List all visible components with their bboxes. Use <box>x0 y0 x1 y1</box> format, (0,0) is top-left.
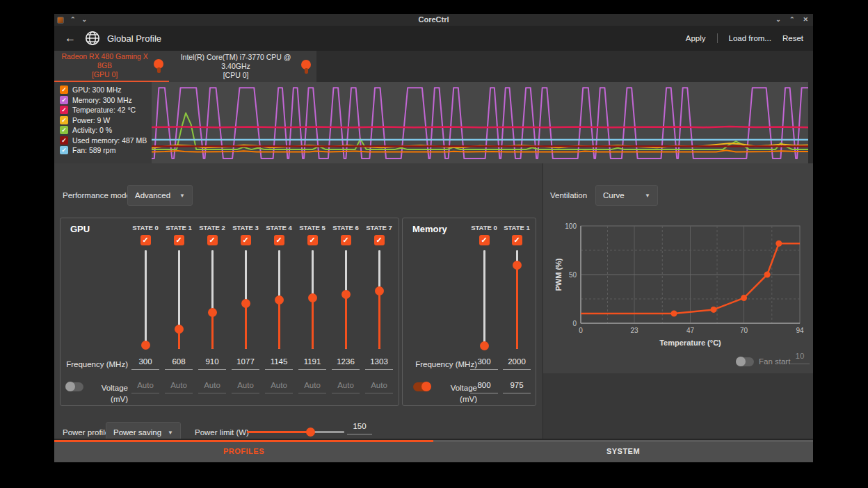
state-checkbox[interactable]: ✓ <box>207 235 218 245</box>
slider-handle[interactable] <box>175 325 184 334</box>
state-checkbox[interactable]: ✓ <box>274 235 284 245</box>
state-checkbox[interactable]: ✓ <box>374 235 385 245</box>
fan-curve-point[interactable] <box>775 241 782 247</box>
slider-handle[interactable] <box>141 341 150 350</box>
frequency-value[interactable]: 1303 <box>365 357 393 370</box>
legend-checkbox[interactable]: ✓ <box>60 136 68 145</box>
voltage-value[interactable]: Auto <box>332 381 360 393</box>
monitoring-graph-lines <box>152 82 808 163</box>
state-slider[interactable] <box>130 250 161 349</box>
legend-item[interactable]: ✓ Fan: 589 rpm <box>60 145 152 156</box>
legend-item[interactable]: ✓ Temperature: 42 °C <box>60 105 152 115</box>
power-limit-slider[interactable] <box>247 428 344 437</box>
frequency-value[interactable]: 910 <box>198 357 226 370</box>
state-checkbox[interactable]: ✓ <box>307 235 318 245</box>
slider-handle[interactable] <box>306 428 315 437</box>
state-slider[interactable] <box>264 250 294 349</box>
legend-label: GPU: 300 MHz <box>72 86 122 94</box>
state-slider[interactable] <box>501 250 532 349</box>
legend-item[interactable]: ✓ GPU: 300 MHz <box>60 85 152 95</box>
legend-checkbox[interactable]: ✓ <box>60 106 68 114</box>
slider-handle[interactable] <box>341 290 351 299</box>
gpu-states-box: GPU STATE 0 ✓ 300 Auto STATE 1 ✓ 608 Aut… <box>60 218 399 406</box>
slider-handle[interactable] <box>241 299 250 308</box>
state-checkbox[interactable]: ✓ <box>241 235 251 245</box>
tab-gpu-device[interactable]: Radeon RX 480 Gaming X 8GB[GPU 0] <box>54 51 169 82</box>
reset-button[interactable]: Reset <box>782 34 803 42</box>
state-slider[interactable] <box>230 250 261 349</box>
state-slider[interactable] <box>330 250 361 349</box>
tab-cpu-device[interactable]: Intel(R) Core(TM) i7-3770 CPU @ 3.40GHz[… <box>169 51 316 82</box>
close-icon[interactable]: ✕ <box>803 14 808 26</box>
frequency-value[interactable]: 1145 <box>265 357 293 370</box>
voltage-value[interactable]: Auto <box>265 381 293 393</box>
minimize-icon[interactable]: ⌄ <box>775 14 781 26</box>
legend-checkbox[interactable]: ✓ <box>60 116 68 124</box>
frequency-value[interactable]: 2000 <box>503 357 531 370</box>
voltage-value[interactable]: Auto <box>198 381 226 393</box>
legend-checkbox[interactable]: ✓ <box>60 126 68 134</box>
power-limit-value[interactable]: 150 <box>347 422 372 434</box>
state-column: STATE 2 ✓ 910 Auto <box>197 218 227 399</box>
legend-item[interactable]: ✓ Used memory: 487 MB <box>60 136 152 146</box>
voltage-value[interactable]: 975 <box>503 381 531 393</box>
legend-item[interactable]: ✓ Memory: 300 MHz <box>60 95 152 106</box>
state-checkbox[interactable]: ✓ <box>479 235 490 245</box>
legend-checkbox[interactable]: ✓ <box>60 86 68 94</box>
apply-button[interactable]: Apply <box>686 34 706 42</box>
slider-handle[interactable] <box>375 286 384 295</box>
tab-profiles[interactable]: PROFILES <box>54 442 433 462</box>
state-slider[interactable] <box>163 250 194 349</box>
fan-curve-point[interactable] <box>764 272 771 278</box>
legend-item[interactable]: ✓ Activity: 0 % <box>60 125 152 136</box>
frequency-value[interactable]: 300 <box>131 357 159 370</box>
voltage-value[interactable]: Auto <box>131 381 159 393</box>
frequency-value[interactable]: 608 <box>165 357 193 370</box>
state-checkbox[interactable]: ✓ <box>512 235 522 245</box>
memory-voltage-toggle[interactable] <box>413 382 431 391</box>
voltage-value[interactable]: Auto <box>298 381 326 393</box>
memory-voltage-label: Voltage (mV) <box>433 382 477 395</box>
legend-item[interactable]: ✓ Power: 9 W <box>60 115 152 126</box>
state-slider[interactable] <box>297 250 328 349</box>
state-slider[interactable] <box>364 250 394 349</box>
state-slider[interactable] <box>197 250 227 349</box>
slider-handle[interactable] <box>480 341 489 350</box>
tab-system[interactable]: SYSTEM <box>433 442 813 462</box>
ventilation-dropdown[interactable]: Curve▼ <box>595 185 658 206</box>
gpu-voltage-toggle[interactable] <box>65 382 83 391</box>
state-label: STATE 4 <box>264 224 294 231</box>
state-checkbox[interactable]: ✓ <box>174 235 184 245</box>
state-label: STATE 6 <box>330 224 361 231</box>
slider-handle[interactable] <box>513 261 522 270</box>
memory-frequency-label: Frequency (MHz) <box>403 359 477 371</box>
fan-curve-point[interactable] <box>741 295 747 301</box>
frequency-value[interactable]: 1191 <box>298 357 326 370</box>
back-button[interactable]: ← <box>63 32 78 44</box>
performance-mode-dropdown[interactable]: Advanced▼ <box>127 185 193 206</box>
maximize-icon[interactable]: ⌃ <box>789 14 795 26</box>
state-checkbox[interactable]: ✓ <box>140 235 151 245</box>
state-label: STATE 1 <box>163 224 194 231</box>
fan-curve-chart[interactable]: 023477094050100Temperature (°C)PWM (%) <box>553 219 809 351</box>
legend-checkbox[interactable]: ✓ <box>60 146 68 154</box>
voltage-value[interactable]: Auto <box>365 381 393 393</box>
fan-start-value[interactable]: 10 <box>790 352 810 364</box>
legend-checkbox[interactable]: ✓ <box>60 96 68 104</box>
state-slider[interactable] <box>469 250 499 349</box>
frequency-value[interactable]: 1236 <box>332 357 360 370</box>
slider-handle[interactable] <box>208 308 217 317</box>
frequency-value[interactable]: 1077 <box>232 357 259 370</box>
voltage-value[interactable]: Auto <box>165 381 193 393</box>
state-checkbox[interactable]: ✓ <box>341 235 351 245</box>
load-from-button[interactable]: Load from... <box>729 34 771 42</box>
fan-start-toggle[interactable] <box>736 357 754 366</box>
fan-curve-point[interactable] <box>711 307 717 313</box>
slider-handle[interactable] <box>275 295 284 304</box>
slider-handle[interactable] <box>308 293 317 302</box>
fan-curve-point[interactable] <box>671 311 677 317</box>
legend-label: Power: 9 W <box>72 116 110 124</box>
state-label: STATE 0 <box>130 224 161 231</box>
voltage-value[interactable]: Auto <box>232 381 259 393</box>
graph-edge <box>808 82 813 163</box>
